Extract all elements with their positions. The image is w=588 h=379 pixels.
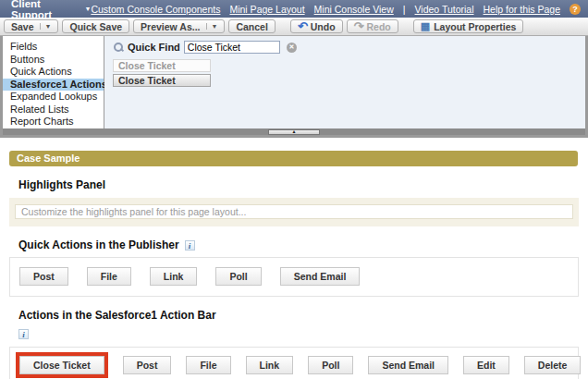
action-bar-row-1: Close Ticket Post File Link Poll Send Em… bbox=[21, 356, 570, 374]
search-icon bbox=[113, 42, 124, 53]
category-related-lists[interactable]: Related Lists bbox=[3, 104, 104, 116]
link-mini-console-view[interactable]: Mini Console View bbox=[314, 4, 394, 15]
info-icon[interactable] bbox=[185, 240, 195, 251]
save-button[interactable]: Save bbox=[4, 19, 58, 33]
action-bar-dropzone: Close Ticket Post File Link Poll Send Em… bbox=[9, 347, 579, 379]
palette-resize-bar bbox=[3, 128, 585, 135]
category-expanded-lookups[interactable]: Expanded Lookups bbox=[3, 91, 104, 104]
link-help-for-this-page[interactable]: Help for this Page bbox=[484, 4, 560, 15]
quick-find-row: Quick Find bbox=[113, 40, 585, 55]
category-buttons[interactable]: Buttons bbox=[3, 54, 104, 67]
palette-item-close-ticket-used: Close Ticket bbox=[113, 59, 211, 72]
redo-button: Redo bbox=[347, 19, 398, 33]
publisher-button-row: Post File Link Poll Send Email bbox=[19, 267, 569, 286]
quick-save-button[interactable]: Quick Save bbox=[62, 19, 129, 33]
category-report-charts[interactable]: Report Charts bbox=[3, 116, 104, 128]
highlights-panel-placeholder: Customize the highlights panel for this … bbox=[15, 204, 573, 219]
action-bar-heading: Actions in the Salesforce1 Action Bar bbox=[18, 309, 588, 322]
help-icon[interactable]: ? bbox=[570, 4, 581, 15]
undo-button[interactable]: Undo bbox=[290, 19, 343, 33]
publisher-action-file[interactable]: File bbox=[87, 267, 131, 286]
layout-properties-button[interactable]: Layout Properties bbox=[413, 19, 524, 33]
publisher-action-poll[interactable]: Poll bbox=[215, 267, 261, 286]
quick-find-label: Quick Find bbox=[128, 42, 180, 53]
links-separator: | bbox=[403, 4, 406, 15]
publisher-action-link[interactable]: Link bbox=[150, 267, 198, 286]
palette-body: Fields Buttons Quick Actions Salesforce1… bbox=[3, 36, 585, 128]
action-link[interactable]: Link bbox=[246, 356, 294, 374]
palette-collapse-handle[interactable] bbox=[268, 129, 320, 135]
action-delete[interactable]: Delete bbox=[524, 356, 582, 374]
category-salesforce1-actions[interactable]: Salesforce1 Actions bbox=[3, 79, 104, 92]
palette-item-close-ticket[interactable]: Close Ticket bbox=[113, 74, 211, 87]
category-quick-actions[interactable]: Quick Actions bbox=[3, 66, 104, 79]
palette-items: Close Ticket Close Ticket bbox=[113, 59, 585, 87]
action-bar-info-line bbox=[18, 324, 588, 341]
action-poll[interactable]: Poll bbox=[308, 356, 353, 374]
action-close-ticket[interactable]: Close Ticket bbox=[19, 356, 104, 374]
layout-title: Client Support bbox=[11, 0, 80, 20]
action-send-email[interactable]: Send Email bbox=[368, 356, 448, 374]
info-icon[interactable] bbox=[18, 329, 29, 339]
layout-canvas: Case Sample Highlights Panel Customize t… bbox=[0, 138, 588, 379]
redo-icon bbox=[354, 22, 364, 31]
app-header: Client Support Custom Console Components… bbox=[0, 0, 588, 18]
chevron-down-icon bbox=[84, 6, 91, 12]
palette-category-list: Fields Buttons Quick Actions Salesforce1… bbox=[3, 36, 104, 128]
palette-content: Quick Find Close Ticket Close Ticket bbox=[104, 36, 585, 128]
editor-toolbar: Save Quick Save Preview As... Cancel Und… bbox=[0, 18, 588, 36]
section-bar: Case Sample bbox=[9, 151, 578, 166]
preview-as-dropdown-icon[interactable] bbox=[206, 23, 218, 30]
save-dropdown-icon[interactable] bbox=[40, 23, 52, 30]
publisher-action-send-email[interactable]: Send Email bbox=[280, 267, 361, 286]
layout-switcher[interactable]: Client Support bbox=[11, 0, 91, 20]
link-custom-console-components[interactable]: Custom Console Components bbox=[91, 4, 220, 15]
annotation-highlight: Close Ticket bbox=[16, 352, 108, 378]
preview-as-button[interactable]: Preview As... bbox=[133, 19, 225, 33]
palette-panel: Fields Buttons Quick Actions Salesforce1… bbox=[0, 36, 588, 138]
link-mini-page-layout[interactable]: Mini Page Layout bbox=[229, 4, 304, 15]
link-video-tutorial[interactable]: Video Tutorial bbox=[415, 4, 474, 15]
highlights-panel-heading: Highlights Panel bbox=[18, 178, 588, 191]
category-fields[interactable]: Fields bbox=[3, 41, 104, 54]
undo-icon bbox=[298, 22, 308, 31]
action-post[interactable]: Post bbox=[123, 356, 172, 374]
publisher-action-post[interactable]: Post bbox=[19, 267, 68, 286]
collapse-arrow-icon bbox=[292, 129, 297, 134]
cancel-button[interactable]: Cancel bbox=[228, 19, 275, 33]
publisher-heading: Quick Actions in the Publisher bbox=[18, 238, 588, 251]
action-file[interactable]: File bbox=[186, 356, 230, 374]
action-edit[interactable]: Edit bbox=[463, 356, 509, 374]
publisher-dropzone: Post File Link Poll Send Email bbox=[9, 257, 579, 297]
quick-find-input[interactable] bbox=[184, 41, 280, 54]
header-links: Custom Console Components Mini Page Layo… bbox=[91, 4, 581, 15]
highlights-panel-dropzone[interactable]: Customize the highlights panel for this … bbox=[9, 198, 579, 226]
clear-search-icon[interactable] bbox=[287, 43, 297, 53]
layout-properties-icon bbox=[421, 21, 430, 31]
